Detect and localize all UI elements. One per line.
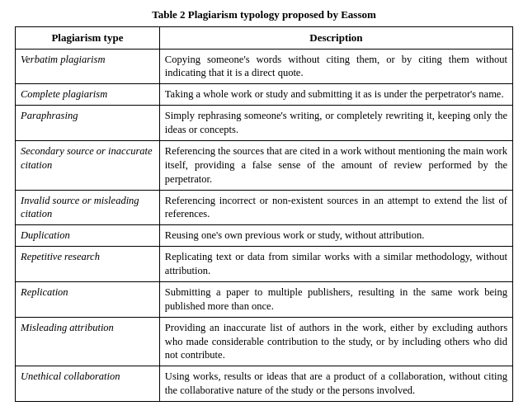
table-row: Complete plagiarismTaking a whole work o… [16,84,513,106]
plagiarism-description-cell: Referencing the sources that are cited i… [159,140,512,190]
plagiarism-type-cell: Paraphrasing [16,106,160,141]
plagiarism-type-cell: Replication [16,281,160,317]
table-row: Invalid source or misleading citationRef… [16,190,513,225]
table-title: Table 2 Plagiarism typology proposed by … [15,8,513,21]
plagiarism-description-cell: Submitting a paper to multiple publisher… [159,281,512,317]
table-row: Secondary source or inaccurate citationR… [16,140,513,190]
plagiarism-type-cell: Misleading attribution [16,317,160,366]
table-row: Repetitive researchReplicating text or d… [16,247,513,282]
table-row: Misleading attributionProviding an inacc… [16,317,513,366]
plagiarism-description-cell: Providing an inaccurate list of authors … [159,317,512,366]
plagiarism-description-cell: Referencing incorrect or non-existent so… [159,190,512,225]
table-row: ParaphrasingSimply rephrasing someone's … [16,106,513,141]
plagiarism-description-cell: Simply rephrasing someone's writing, or … [159,106,512,141]
plagiarism-type-cell: Repetitive research [16,247,160,282]
col2-header: Description [159,27,512,50]
plagiarism-type-cell: Verbatim plagiarism [16,49,160,84]
plagiarism-type-cell: Unethical collaboration [16,366,160,402]
plagiarism-description-cell: Copying someone's words without citing t… [159,49,512,84]
col1-header: Plagiarism type [16,27,160,50]
plagiarism-type-cell: Complete plagiarism [16,84,160,106]
plagiarism-description-cell: Reusing one's own previous work or study… [159,225,512,247]
table-row: DuplicationReusing one's own previous wo… [16,225,513,247]
plagiarism-type-cell: Invalid source or misleading citation [16,190,160,225]
table-row: Verbatim plagiarismCopying someone's wor… [16,49,513,84]
plagiarism-type-cell: Duplication [16,225,160,247]
plagiarism-description-cell: Using works, results or ideas that are a… [159,366,512,402]
plagiarism-description-cell: Taking a whole work or study and submitt… [159,84,512,106]
table-row: Unethical collaborationUsing works, resu… [16,366,513,402]
table-row: ReplicationSubmitting a paper to multipl… [16,281,513,317]
plagiarism-table: Plagiarism type Description Verbatim pla… [15,26,513,402]
plagiarism-type-cell: Secondary source or inaccurate citation [16,140,160,190]
plagiarism-description-cell: Replicating text or data from similar wo… [159,247,512,282]
